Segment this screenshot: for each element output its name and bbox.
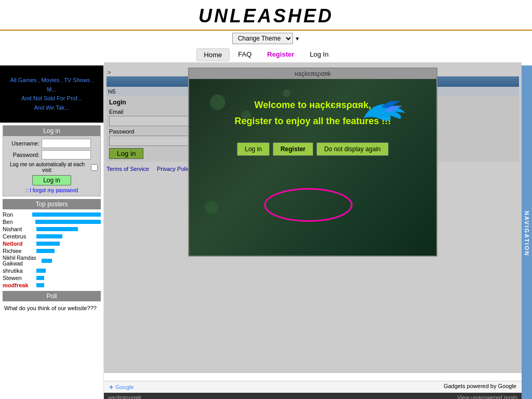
password-input[interactable] — [42, 150, 91, 159]
popup-body: Welcome to нaçkєяsραяk, Register to enjo… — [189, 79, 436, 256]
popup-header: нaçkєяsραяk — [189, 69, 436, 79]
nav-register[interactable]: Register — [260, 48, 301, 61]
poster-name-stewen: Stewen — [3, 275, 36, 281]
auto-login-checkbox[interactable] — [91, 164, 98, 171]
login-box-title: Log in — [3, 126, 100, 136]
poster-name-richiee: Richiee — [3, 248, 36, 254]
top-posters: Top posters Ron Ben Nishant Cerebrus — [3, 199, 101, 288]
left-sidebar: All Games , Movies , TV Shows , M... And… — [0, 65, 104, 399]
change-theme-select[interactable]: Change Theme — [232, 33, 293, 44]
site-title: UNLEASHED — [0, 3, 532, 30]
poster-stewen: Stewen — [3, 275, 101, 281]
popup-bird — [353, 92, 410, 130]
poster-bar-ben — [35, 220, 101, 224]
poster-cerebrus: Cerebrus — [3, 233, 101, 240]
poll-title: Poll — [3, 291, 101, 301]
auto-login: Log me on automatically at each visit: — [6, 162, 98, 173]
banner-line3: And We Tak... — [5, 103, 98, 113]
poster-name-nishant: Nishant — [3, 226, 36, 232]
poll-question: What do you think of our website??? — [3, 303, 101, 313]
poster-bar-stewen — [36, 276, 44, 280]
banner-line2: And Not Sold For Prof... — [5, 94, 98, 103]
nav-login[interactable]: Log In — [302, 48, 336, 61]
poster-bar-netlord — [36, 242, 60, 246]
footer-row: нaçkєяsραяk View unanswered posts — [104, 393, 522, 399]
gadgets-label: Gadgets — [444, 383, 466, 389]
top-header: UNLEASHED — [0, 0, 532, 31]
password-field: Password: — [6, 150, 98, 159]
right-nav[interactable]: NAVIGATION — [522, 65, 532, 399]
poster-bar-richiee — [36, 249, 55, 253]
footer-title: нaçkєяsραяk — [108, 394, 141, 399]
username-input[interactable] — [42, 139, 91, 148]
bokeh-4 — [205, 201, 218, 214]
poster-modfreak: modfreak — [3, 282, 101, 288]
login-box: Log in Username: Password: Log me on aut… — [3, 125, 101, 196]
username-label: Username: — [6, 140, 39, 147]
login-button[interactable]: Log in — [32, 175, 71, 185]
poster-bar-modfreak — [36, 283, 44, 287]
page-wrapper: UNLEASHED Change Theme ▼ Home FAQ Regist… — [0, 0, 532, 399]
poster-ben: Ben — [3, 219, 101, 225]
poster-name-ben: Ben — [3, 219, 35, 225]
popup-login-btn[interactable]: Log in — [237, 142, 270, 156]
poster-nishant: Nishant — [3, 226, 101, 232]
poster-name-cerebrus: Cerebrus — [3, 233, 36, 240]
poster-bar-cerebrus — [36, 234, 62, 238]
top-posters-title: Top posters — [3, 199, 101, 209]
popup: нaçkєяsραяk — [188, 68, 437, 257]
poster-ron: Ron — [3, 211, 101, 218]
poster-bar-ron — [32, 212, 101, 217]
forgot-link[interactable]: :: I forgot my password — [6, 188, 98, 193]
bird-svg — [353, 92, 410, 128]
poster-name-nikhil: Nikhil Ramdas Gaikwad — [3, 255, 42, 267]
poster-name-modfreak: modfreak — [3, 282, 36, 288]
popup-nodisplay-btn[interactable]: Do not display again — [316, 142, 389, 156]
poster-richiee: Richiee — [3, 248, 101, 254]
black-banner: All Games , Movies , TV Shows , M... And… — [0, 65, 103, 123]
poster-bar-nikhil — [42, 259, 52, 263]
poster-name-netlord: Netlord — [3, 241, 36, 247]
popup-overlay[interactable]: нaçkєяsραяk — [104, 62, 522, 373]
poster-netlord: Netlord — [3, 241, 101, 247]
google-plus-icon: + Google — [109, 383, 134, 391]
popup-register-btn[interactable]: Register — [273, 142, 313, 156]
poster-name-ron: Ron — [3, 211, 32, 218]
powered-label: powered by Google — [467, 383, 516, 389]
right-nav-label: NAVIGATION — [524, 211, 530, 256]
popup-buttons: Log in Register Do not display again — [200, 142, 426, 156]
poster-name-shrutika: shrutika — [3, 268, 36, 274]
view-unanswered[interactable]: View unanswered posts — [457, 394, 517, 399]
banner-line1: All Games , Movies , TV Shows , M... — [5, 76, 98, 94]
poster-shrutika: shrutika — [3, 268, 101, 274]
password-label: Password: — [6, 152, 39, 158]
poll-box: Poll What do you think of our website??? — [3, 291, 101, 313]
poster-bar-shrutika — [36, 269, 46, 273]
google-credit: Gadgets powered by Google — [444, 383, 516, 391]
nav-bar: Change Theme ▼ Home FAQ Register Log In — [0, 31, 532, 65]
username-field: Username: — [6, 139, 98, 148]
google-gadget-bar: + Google Gadgets powered by Google — [104, 381, 522, 393]
poster-nikhil: Nikhil Ramdas Gaikwad — [3, 255, 101, 267]
poster-bar-nishant — [36, 227, 78, 231]
auto-login-label: Log me on automatically at each visit: — [6, 162, 89, 173]
nav-home[interactable]: Home — [196, 48, 230, 61]
nav-faq[interactable]: FAQ — [231, 48, 259, 61]
main-nav: Home FAQ Register Log In — [0, 46, 532, 63]
